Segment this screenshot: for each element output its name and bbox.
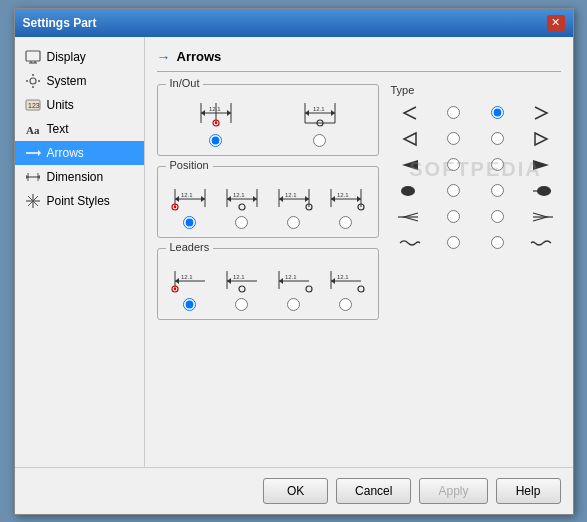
svg-marker-44 [201,196,205,202]
svg-point-94 [401,186,415,196]
position-radio-3[interactable] [287,216,300,229]
svg-marker-36 [331,110,335,116]
leaders-option-1: 12.1 [170,259,210,311]
sidebar-item-pointstyles[interactable]: Point Styles [15,189,144,213]
position-radio-4[interactable] [339,216,352,229]
leaders-radio-2[interactable] [235,298,248,311]
svg-marker-51 [227,196,231,202]
leaders-radio-4[interactable] [339,298,352,311]
svg-text:12.1: 12.1 [313,106,325,112]
type-radio-4[interactable] [491,132,504,145]
svg-marker-43 [175,196,179,202]
type-radio-cell-7[interactable] [434,180,474,202]
sidebar-item-display[interactable]: Display [15,45,144,69]
close-button[interactable]: ✕ [547,15,565,31]
svg-text:12.1: 12.1 [285,274,297,280]
system-icon [25,73,41,89]
section-header: → Arrows [157,49,561,72]
right-panel: Type [391,84,561,330]
type-radio-3[interactable] [447,132,460,145]
dimension-icon [25,169,41,185]
type-radio-cell-3[interactable] [434,128,474,150]
type-radio-10[interactable] [491,210,504,223]
leaders-group: Leaders 12.1 [157,248,379,320]
type-radio-9[interactable] [447,210,460,223]
type-radio-6[interactable] [491,158,504,171]
settings-window: Settings Part ✕ Display System 123 [14,8,574,515]
sidebar-item-arrows[interactable]: Arrows [15,141,144,165]
type-radio-1[interactable] [447,106,460,119]
svg-marker-58 [279,196,283,202]
svg-text:12.1: 12.1 [233,274,245,280]
sidebar-item-system[interactable]: System [15,69,144,93]
window-body: Display System 123 Units Aa Text [15,37,573,467]
type-radio-12[interactable] [491,236,504,249]
type-radio-cell-8[interactable] [478,180,518,202]
arrows-label: Arrows [47,146,84,160]
type-arrow-outline-left [391,128,431,150]
position-radio-1[interactable] [183,216,196,229]
svg-marker-87 [331,278,335,284]
type-radio-cell-1[interactable] [434,102,474,124]
svg-marker-92 [402,160,418,170]
type-arrow-wave-left [391,232,431,254]
apply-button[interactable]: Apply [419,478,487,504]
type-radio-cell-4[interactable] [478,128,518,150]
svg-text:12.1: 12.1 [285,192,297,198]
display-icon [25,49,41,65]
svg-point-74 [173,287,175,289]
leaders-option-2: 12.1 [222,259,262,311]
type-radio-11[interactable] [447,236,460,249]
inout-radio-1[interactable] [209,134,222,147]
leaders-radio-1[interactable] [183,298,196,311]
svg-marker-52 [253,196,257,202]
sidebar-item-units[interactable]: 123 Units [15,93,144,117]
position-group: Position 12.1 [157,166,379,238]
type-radio-8[interactable] [491,184,504,197]
sidebar-item-text[interactable]: Aa Text [15,117,144,141]
inout-group: In/Out 12.1 [157,84,379,156]
svg-rect-0 [26,51,40,61]
inout-option-1: 12.1 [191,95,241,147]
svg-marker-28 [227,110,231,116]
svg-point-31 [214,121,216,123]
text-icon: Aa [25,121,41,137]
type-radio-5[interactable] [447,158,460,171]
inout-options: 12.1 [168,95,368,147]
type-arrow-dot-right [521,180,561,202]
position-option-2: 12.1 [222,177,262,229]
leaders-radio-3[interactable] [287,298,300,311]
units-icon: 123 [25,97,41,113]
type-radio-cell-6[interactable] [478,154,518,176]
position-radio-2[interactable] [235,216,248,229]
ok-button[interactable]: OK [263,478,328,504]
cancel-button[interactable]: Cancel [336,478,411,504]
type-radio-cell-10[interactable] [478,206,518,228]
text-label: Text [47,122,69,136]
type-radio-cell-2[interactable] [478,102,518,124]
type-arrow-filled-left [391,154,431,176]
inout-label: In/Out [166,77,204,89]
type-radio-cell-12[interactable] [478,232,518,254]
type-radio-cell-9[interactable] [434,206,474,228]
position-label: Position [166,159,213,171]
sidebar-item-dimension[interactable]: Dimension [15,165,144,189]
type-arrow-slim-left [391,206,431,228]
type-radio-cell-11[interactable] [434,232,474,254]
sidebar: Display System 123 Units Aa Text [15,37,145,467]
svg-marker-77 [227,278,231,284]
pointstyles-icon [25,193,41,209]
svg-point-89 [358,286,364,292]
type-radio-cell-5[interactable] [434,154,474,176]
svg-marker-91 [535,133,547,145]
svg-point-4 [30,78,36,84]
svg-point-47 [173,205,175,207]
type-radio-2[interactable] [491,106,504,119]
help-button[interactable]: Help [496,478,561,504]
svg-text:12.1: 12.1 [181,192,193,198]
type-radio-7[interactable] [447,184,460,197]
inout-radio-2[interactable] [313,134,326,147]
position-options: 12.1 [168,177,368,229]
main-content: → Arrows In/Out [145,37,573,467]
svg-marker-71 [175,278,179,284]
